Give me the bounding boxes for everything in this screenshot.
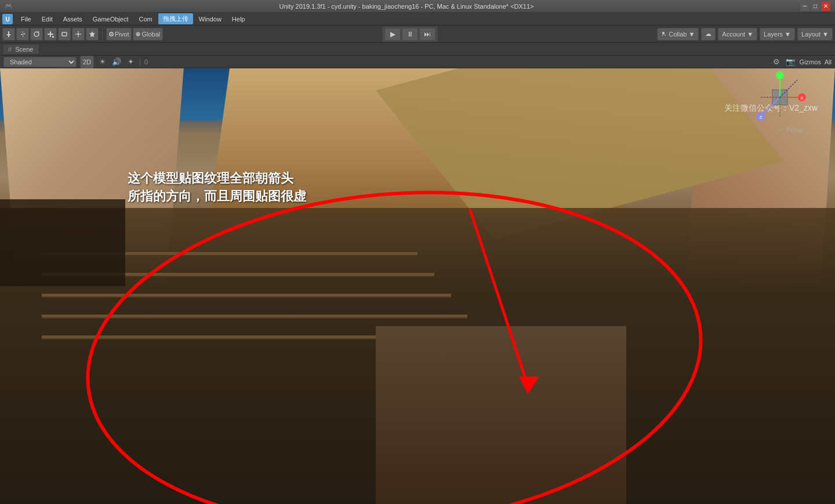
window-controls: ─ □ ✕: [800, 2, 830, 11]
custom-tool-button[interactable]: [86, 28, 99, 41]
step-button[interactable]: ⏭: [419, 28, 435, 41]
audio-toggle[interactable]: 🔊: [111, 57, 122, 67]
stair-4: [42, 315, 467, 317]
global-button[interactable]: Global: [133, 28, 163, 41]
transform-tool-button[interactable]: [72, 28, 85, 41]
toolbar-sep-1: [102, 28, 103, 40]
scene-viewport[interactable]: 关注微信公众号：V2_zxw 这个模型贴图纹理全部朝箭头 所指的方向，而且周围贴…: [0, 68, 835, 504]
close-button[interactable]: ✕: [821, 2, 830, 11]
menu-edit[interactable]: Edit: [37, 14, 57, 24]
titlebar: 🎮 Unity 2019.1.3f1 - cyd.unity - baking_…: [0, 0, 835, 13]
menu-upload[interactable]: 拖拽上传: [158, 13, 193, 24]
central-platform: [376, 326, 626, 504]
scale-tool-button[interactable]: [44, 28, 57, 41]
fx-toggle[interactable]: ✦: [125, 57, 136, 67]
menu-assets[interactable]: Assets: [59, 14, 87, 24]
cloud-button[interactable]: ☁: [701, 28, 716, 41]
svg-line-22: [763, 97, 780, 115]
transform-tools-group: [2, 28, 99, 41]
gizmos-label: Gizmos: [799, 59, 821, 65]
scene-tab-label: Scene: [15, 46, 33, 53]
menu-gameobject[interactable]: GameObject: [88, 14, 133, 24]
svg-rect-5: [52, 36, 54, 38]
scene-separator: |: [139, 59, 141, 65]
minimize-button[interactable]: ─: [800, 2, 809, 11]
scene-count: 0: [144, 59, 148, 65]
global-label: Global: [141, 31, 160, 38]
svg-text:X: X: [800, 96, 804, 101]
maximize-button[interactable]: □: [811, 2, 820, 11]
svg-rect-4: [50, 31, 51, 37]
stair-3: [42, 294, 451, 297]
window-title: Unity 2019.1.3f1 - cyd.unity - baking_ji…: [13, 3, 800, 10]
gizmo-settings-btn[interactable]: ⚙: [771, 57, 782, 67]
svg-text:Z: Z: [760, 115, 763, 120]
move-tool-button[interactable]: [16, 28, 29, 41]
collab-label: Collab ▼: [669, 31, 695, 38]
svg-point-10: [111, 34, 112, 35]
hand-tool-button[interactable]: [2, 28, 15, 41]
pivot-group: Pivot Global: [106, 28, 163, 41]
scene-tab-bar: # Scene: [0, 43, 835, 56]
pivot-button[interactable]: Pivot: [106, 28, 132, 41]
svg-text:Y: Y: [778, 74, 782, 79]
menu-file[interactable]: File: [16, 14, 36, 24]
lighting-toggle[interactable]: ☀: [97, 57, 108, 67]
svg-text:U: U: [5, 16, 9, 23]
menu-component[interactable]: Com: [134, 14, 157, 24]
scene-background: [0, 68, 835, 504]
svg-point-2: [34, 32, 39, 36]
scene-tab[interactable]: # Scene: [3, 45, 38, 54]
collab-button[interactable]: Collab ▼: [657, 28, 699, 41]
layout-label: Layout ▼: [801, 31, 829, 38]
account-label: Account ▼: [722, 31, 753, 38]
pause-button[interactable]: ⏸: [402, 28, 418, 41]
menubar: U File Edit Assets GameObject Com 拖拽上传 W…: [0, 13, 835, 25]
2d-toggle[interactable]: 2D: [80, 56, 94, 68]
layers-button[interactable]: Layers ▼: [760, 28, 795, 41]
svg-line-27: [780, 80, 797, 97]
gizmo-widget: X Y Z: [754, 71, 806, 123]
rotate-tool-button[interactable]: [30, 28, 43, 41]
layout-button[interactable]: Layout ▼: [797, 28, 833, 41]
svg-rect-6: [62, 32, 67, 36]
shade-mode-dropdown[interactable]: Shaded Wireframe Shaded Wireframe: [3, 57, 77, 67]
play-controls-group: ▶ ⏸ ⏭: [382, 27, 438, 42]
left-shadow-beam: [0, 199, 125, 286]
menu-help[interactable]: Help: [227, 14, 250, 24]
svg-marker-8: [89, 31, 95, 37]
all-label: All: [825, 59, 832, 65]
floor: [0, 208, 835, 504]
rect-tool-button[interactable]: [58, 28, 71, 41]
pivot-label: Pivot: [115, 31, 129, 38]
menu-window[interactable]: Window: [194, 14, 226, 24]
right-toolbar-group: Collab ▼ ☁ Account ▼ Layers ▼ Layout ▼: [657, 28, 833, 41]
scene-view-toolbar: Shaded Wireframe Shaded Wireframe 2D ☀ 🔊…: [0, 56, 835, 68]
main-toolbar: Pivot Global ▶ ⏸ ⏭ Collab ▼ ☁ Account ▼ …: [0, 25, 835, 43]
unity-logo-icon: U: [2, 14, 13, 24]
svg-point-7: [77, 33, 79, 35]
play-button[interactable]: ▶: [384, 28, 401, 41]
layers-label: Layers ▼: [764, 31, 791, 38]
account-button[interactable]: Account ▼: [718, 28, 757, 41]
scene-camera-btn[interactable]: 📷: [785, 57, 796, 67]
